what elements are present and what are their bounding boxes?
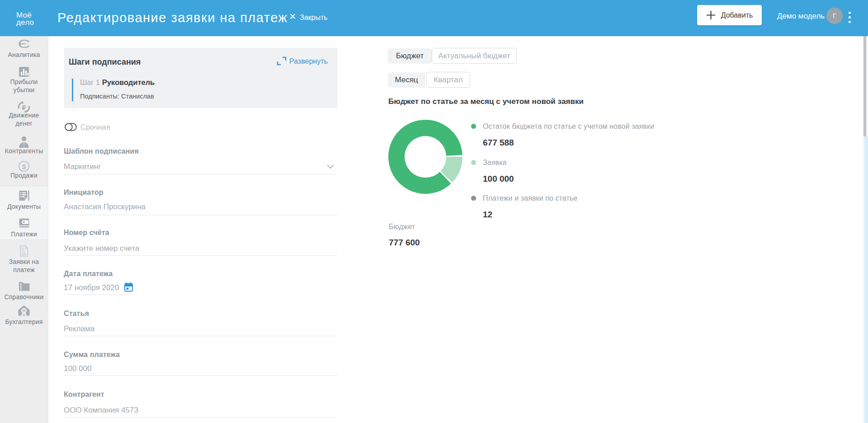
- svg-text:Є: Є: [18, 38, 30, 50]
- svg-text:$: $: [22, 163, 26, 170]
- svg-text:₽: ₽: [22, 104, 26, 111]
- svg-text:S: S: [21, 247, 24, 253]
